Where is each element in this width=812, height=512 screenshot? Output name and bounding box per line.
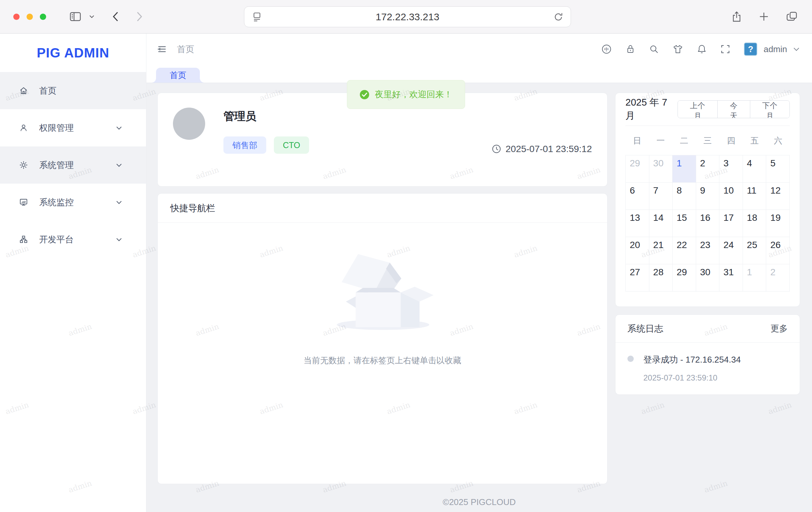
calendar-day[interactable]: 3 (719, 155, 743, 182)
weekday-label: 一 (649, 135, 673, 146)
sidebar-item-home[interactable]: 首页 (0, 72, 146, 109)
language-icon[interactable]: 中 (601, 44, 612, 54)
calendar-day[interactable]: 23 (696, 237, 720, 264)
back-button[interactable] (112, 11, 119, 22)
theme-shirt-icon[interactable] (673, 44, 683, 54)
calendar-day[interactable]: 7 (649, 182, 673, 210)
empty-box-illustration (328, 240, 437, 336)
calendar-day[interactable]: 21 (649, 237, 673, 264)
calendar-day[interactable]: 8 (673, 182, 696, 210)
window-controls (13, 13, 46, 20)
calendar-day[interactable]: 1 (673, 155, 696, 182)
search-icon[interactable] (649, 44, 659, 54)
zoom-window-button[interactable] (40, 13, 46, 20)
svg-text:中: 中 (604, 47, 609, 52)
calendar-day[interactable]: 12 (766, 182, 790, 210)
calendar-day[interactable]: 5 (766, 155, 790, 182)
app-logo: PIG ADMIN (0, 33, 146, 72)
calendar-day[interactable]: 28 (649, 264, 673, 291)
weekday-label: 二 (672, 135, 696, 146)
calendar-day[interactable]: 13 (626, 210, 649, 237)
calendar-card: 2025 年 7 月 上个月 今天 下个月 日 一 二 三 四 五 (615, 93, 800, 307)
forward-button[interactable] (136, 11, 143, 22)
calendar-day[interactable]: 16 (696, 210, 720, 237)
menu-fold-icon[interactable] (156, 44, 167, 54)
minimize-window-button[interactable] (27, 13, 33, 20)
new-tab-icon[interactable] (759, 11, 769, 22)
calendar-day[interactable]: 6 (626, 182, 649, 210)
avatar[interactable]: ? (744, 42, 757, 56)
tab-overview-icon[interactable] (786, 11, 798, 22)
prev-month-button[interactable]: 上个月 (678, 101, 717, 118)
calendar-day[interactable]: 30 (696, 264, 720, 291)
sitemap-icon (19, 235, 39, 244)
username[interactable]: admin (763, 44, 787, 54)
weekday-label: 日 (626, 135, 649, 146)
calendar-day[interactable]: 17 (719, 210, 743, 237)
share-icon[interactable] (732, 11, 742, 22)
quick-nav-title: 快捷导航栏 (158, 194, 607, 223)
bell-icon[interactable] (697, 44, 707, 54)
calendar-day[interactable]: 15 (673, 210, 696, 237)
success-check-icon (359, 90, 370, 99)
next-month-button[interactable]: 下个月 (750, 101, 789, 118)
calendar-day[interactable]: 14 (649, 210, 673, 237)
calendar-day[interactable]: 29 (626, 155, 649, 182)
sidebar-item-system[interactable]: 系统管理 (0, 146, 146, 183)
log-entry-time: 2025-07-01 23:59:10 (643, 373, 741, 382)
more-link[interactable]: 更多 (771, 323, 788, 334)
content-area: 管理员 销售部 CTO 2025-07-01 23:59:12 (146, 83, 812, 512)
footer-copyright: ©2025 PIGCLOUD (146, 497, 812, 507)
calendar-day[interactable]: 4 (743, 155, 766, 182)
reader-icon[interactable] (252, 12, 262, 22)
calendar-day[interactable]: 11 (743, 182, 766, 210)
tab-home[interactable]: 首页 (156, 68, 200, 83)
calendar-day[interactable]: 1 (743, 264, 766, 291)
calendar-day[interactable]: 31 (719, 264, 743, 291)
sidebar-item-label: 开发平台 (39, 234, 74, 245)
sidebar: PIG ADMIN 首页 权限管理 (0, 33, 146, 512)
weekday-header: 日 一 二 三 四 五 六 (626, 126, 790, 155)
home-icon (19, 86, 39, 95)
sidebar-item-devplatform[interactable]: 开发平台 (0, 221, 146, 258)
sidebar-item-label: 系统管理 (39, 160, 74, 171)
calendar-day[interactable]: 29 (673, 264, 696, 291)
calendar-day[interactable]: 26 (766, 237, 790, 264)
calendar-day[interactable]: 9 (696, 182, 720, 210)
calendar-day[interactable]: 2 (696, 155, 720, 182)
calendar-day[interactable]: 27 (626, 264, 649, 291)
calendar-day[interactable]: 20 (626, 237, 649, 264)
fullscreen-icon[interactable] (720, 44, 730, 54)
calendar-day[interactable]: 24 (719, 237, 743, 264)
monitor-icon (19, 198, 39, 207)
url-text: 172.22.33.213 (376, 11, 439, 23)
breadcrumb[interactable]: 首页 (177, 44, 194, 55)
calendar-title: 2025 年 7 月 (626, 96, 677, 122)
calendar-day[interactable]: 25 (743, 237, 766, 264)
today-button[interactable]: 今天 (717, 101, 750, 118)
gear-icon (19, 160, 39, 170)
calendar-day[interactable]: 2 (766, 264, 790, 291)
weekday-label: 六 (766, 135, 790, 146)
calendar-nav-buttons: 上个月 今天 下个月 (677, 100, 790, 118)
role-badge: CTO (274, 137, 309, 154)
calendar-day[interactable]: 19 (766, 210, 790, 237)
chevron-down-icon[interactable] (793, 48, 800, 51)
calendar-day[interactable]: 10 (719, 182, 743, 210)
tab-bar: 首页 (146, 65, 812, 83)
calendar-day[interactable]: 22 (673, 237, 696, 264)
reload-icon[interactable] (553, 12, 563, 22)
calendar-day[interactable]: 30 (649, 155, 673, 182)
sidebar-item-label: 首页 (39, 85, 56, 96)
sidebar-toggle-icon[interactable] (69, 11, 81, 22)
quick-nav-card: 快捷导航栏 (157, 193, 608, 484)
address-bar[interactable]: 172.22.33.213 (244, 6, 571, 27)
lock-icon[interactable] (626, 44, 635, 54)
clock-icon (492, 144, 501, 154)
chevron-down-icon[interactable] (89, 15, 94, 18)
sidebar-item-label: 权限管理 (39, 122, 74, 134)
sidebar-item-monitor[interactable]: 系统监控 (0, 183, 146, 221)
close-window-button[interactable] (13, 13, 20, 20)
sidebar-item-permissions[interactable]: 权限管理 (0, 109, 146, 146)
calendar-day[interactable]: 18 (743, 210, 766, 237)
